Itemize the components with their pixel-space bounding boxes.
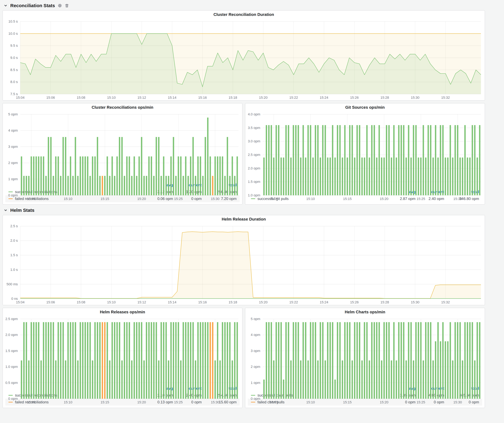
helm-release-duration-chart[interactable]: 0 ns500 ms1.0 s1.5 s2.0 s2.5 s15:0415:06… [3, 223, 485, 305]
svg-text:0 opm: 0 opm [8, 193, 18, 197]
svg-text:2.0 s: 2.0 s [10, 239, 18, 242]
svg-text:9.0 s: 9.0 s [10, 56, 18, 60]
panel-title[interactable]: Git Sources ops/min [245, 103, 485, 112]
svg-text:15:30: 15:30 [411, 300, 419, 304]
svg-text:9.5 s: 9.5 s [10, 44, 18, 47]
section-header-reconciliation-stats[interactable]: Reconciliation Stats [2, 0, 485, 10]
svg-text:1.0 opm: 1.0 opm [6, 365, 18, 369]
trash-icon[interactable] [65, 3, 69, 8]
cluster-reconciliation-duration-chart[interactable]: 7.5 s8.0 s8.5 s9.0 s9.5 s10.0 s10.5 s15:… [3, 19, 485, 100]
svg-text:15:24: 15:24 [320, 96, 328, 100]
svg-text:2 opm: 2 opm [251, 365, 260, 369]
svg-text:5 opm: 5 opm [251, 317, 260, 321]
panel-title[interactable]: Cluster Reconciliation Duration [3, 11, 485, 19]
svg-text:15:14: 15:14 [168, 300, 176, 304]
svg-text:1 opm: 1 opm [8, 177, 18, 181]
svg-text:15:06: 15:06 [46, 96, 55, 100]
svg-text:15:28: 15:28 [380, 96, 389, 100]
svg-text:0 ns: 0 ns [11, 297, 18, 301]
svg-text:4 opm: 4 opm [251, 333, 260, 337]
panel-helm-release-duration: Helm Release Duration 0 ns500 ms1.0 s1.5… [2, 215, 485, 305]
svg-text:1 opm: 1 opm [251, 381, 260, 385]
svg-text:15:12: 15:12 [138, 300, 146, 304]
svg-text:15:26: 15:26 [350, 96, 359, 100]
svg-text:15:10: 15:10 [107, 96, 116, 100]
svg-text:15:25: 15:25 [417, 400, 425, 404]
cluster-reconciliations-opm-chart[interactable]: 0 opm1 opm2 opm3 opm4 opm5 opm15:0515:10… [3, 112, 242, 181]
panel-git-sources-opm: Git Sources ops/min 1.0 opm1.5 opm2.0 op… [245, 103, 485, 205]
svg-text:0.5 opm: 0.5 opm [6, 381, 18, 385]
svg-text:8.5 s: 8.5 s [10, 68, 18, 72]
svg-text:15:06: 15:06 [46, 300, 55, 304]
svg-text:8.0 s: 8.0 s [10, 80, 18, 84]
svg-text:15:15: 15:15 [343, 197, 352, 201]
svg-text:5 opm: 5 opm [8, 112, 18, 116]
gear-icon[interactable] [58, 3, 62, 8]
svg-text:15:10: 15:10 [306, 400, 315, 404]
svg-text:2.5 opm: 2.5 opm [6, 317, 18, 321]
helm-releases-opm-chart[interactable]: 0 opm0.5 opm1.0 opm1.5 opm2.0 opm2.5 opm… [3, 316, 242, 384]
svg-text:1.5 s: 1.5 s [10, 253, 18, 257]
svg-text:15:30: 15:30 [453, 400, 462, 404]
svg-text:15:20: 15:20 [259, 96, 268, 100]
panel-title[interactable]: Helm Charts ops/min [245, 308, 485, 316]
panel-helm-charts-opm: Helm Charts ops/min 0 opm1 opm2 opm3 opm… [245, 308, 485, 408]
svg-text:15:15: 15:15 [101, 197, 109, 201]
panel-cluster-reconciliations-opm: Cluster Reconciliations ops/min 0 opm1 o… [2, 103, 242, 205]
svg-text:15:10: 15:10 [64, 400, 72, 404]
svg-text:15:04: 15:04 [16, 300, 24, 304]
svg-text:15:18: 15:18 [229, 96, 237, 100]
dashboard: Reconciliation Stats Cluster Reconciliat… [0, 0, 504, 423]
panel-helm-releases-opm: Helm Releases ops/min 0 opm0.5 opm1.0 op… [2, 308, 242, 408]
svg-text:15:30: 15:30 [411, 96, 419, 100]
chevron-down-icon[interactable] [4, 4, 7, 7]
svg-text:3.0 opm: 3.0 opm [248, 139, 260, 143]
svg-text:2.0 opm: 2.0 opm [6, 333, 18, 337]
svg-text:15:22: 15:22 [289, 96, 298, 100]
svg-text:1.5 opm: 1.5 opm [6, 349, 18, 353]
svg-text:15:30: 15:30 [453, 197, 462, 201]
svg-text:15:10: 15:10 [107, 300, 116, 304]
svg-text:15:28: 15:28 [380, 300, 389, 304]
svg-text:3.5 opm: 3.5 opm [248, 126, 260, 130]
svg-text:1.0 opm: 1.0 opm [248, 193, 260, 197]
svg-text:15:32: 15:32 [441, 300, 450, 304]
svg-text:15:08: 15:08 [77, 300, 85, 304]
section-header-helm-stats[interactable]: Helm Stats [2, 205, 485, 215]
svg-text:15:30: 15:30 [211, 197, 219, 201]
panel-title[interactable]: Helm Release Duration [3, 215, 485, 223]
svg-text:2.0 opm: 2.0 opm [248, 166, 260, 170]
svg-text:15:05: 15:05 [270, 400, 278, 404]
svg-text:15:15: 15:15 [101, 400, 109, 404]
svg-text:15:08: 15:08 [77, 96, 85, 100]
svg-text:15:20: 15:20 [137, 400, 146, 404]
svg-text:4 opm: 4 opm [8, 129, 18, 132]
svg-text:15:16: 15:16 [198, 300, 207, 304]
svg-text:500 ms: 500 ms [6, 282, 18, 286]
svg-text:15:10: 15:10 [64, 197, 72, 201]
svg-text:15:24: 15:24 [320, 300, 328, 304]
svg-text:15:30: 15:30 [211, 400, 219, 404]
svg-text:1.0 s: 1.0 s [10, 268, 18, 272]
chevron-down-icon[interactable] [4, 208, 7, 212]
panel-title[interactable]: Helm Releases ops/min [3, 308, 242, 316]
svg-text:15:04: 15:04 [16, 96, 24, 100]
svg-text:15:20: 15:20 [137, 197, 146, 201]
svg-text:4.0 opm: 4.0 opm [248, 112, 260, 116]
svg-text:3 opm: 3 opm [251, 349, 260, 353]
svg-text:15:14: 15:14 [168, 96, 176, 100]
svg-text:15:32: 15:32 [441, 96, 450, 100]
svg-text:10.5 s: 10.5 s [8, 19, 18, 23]
svg-text:1.5 opm: 1.5 opm [248, 180, 260, 184]
svg-text:15:25: 15:25 [174, 400, 183, 404]
git-sources-opm-chart[interactable]: 1.0 opm1.5 opm2.0 opm2.5 opm3.0 opm3.5 o… [245, 112, 485, 188]
section-title[interactable]: Reconciliation Stats [10, 3, 55, 8]
svg-text:15:20: 15:20 [380, 400, 388, 404]
panel-title[interactable]: Cluster Reconciliations ops/min [3, 103, 242, 112]
svg-text:15:16: 15:16 [198, 96, 207, 100]
svg-text:15:05: 15:05 [270, 197, 278, 201]
svg-text:15:26: 15:26 [350, 300, 359, 304]
section-title[interactable]: Helm Stats [10, 207, 35, 213]
svg-text:15:05: 15:05 [27, 400, 36, 404]
helm-charts-opm-chart[interactable]: 0 opm1 opm2 opm3 opm4 opm5 opm15:0515:10… [245, 316, 485, 384]
